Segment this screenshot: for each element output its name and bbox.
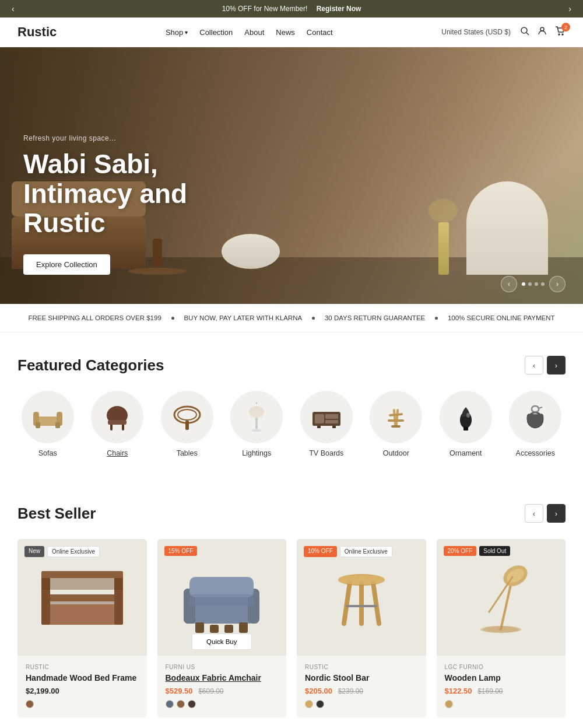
category-tv-boards-label: TV Boards (309, 449, 343, 457)
color-swatch-3-1[interactable] (305, 700, 313, 708)
svg-rect-34 (463, 427, 468, 430)
hero-title: Wabi Sabi,Intimacy andRustic (23, 149, 187, 238)
category-outdoor-icon (370, 391, 422, 443)
announcement-next-button[interactable]: › (563, 4, 577, 13)
category-accessories[interactable]: Accessories (505, 391, 566, 457)
nav-collection[interactable]: Collection (199, 28, 233, 37)
product-brand-1: RUSTIC (26, 664, 139, 670)
nav-contact[interactable]: Contact (307, 28, 333, 37)
bestseller-prev-button[interactable]: ‹ (525, 504, 543, 523)
svg-rect-30 (388, 419, 404, 422)
svg-rect-36 (41, 594, 123, 601)
product-badges-4: 20% OFF Sold Out (444, 546, 511, 556)
category-outdoor-label: Outdoor (383, 449, 409, 457)
trust-item-shipping: FREE SHIPPING ALL ORDERS OVER $199 (28, 314, 161, 321)
category-tv-boards[interactable]: TV Boards (296, 391, 357, 457)
badge-new-1: New (24, 546, 44, 557)
category-lightings[interactable]: Lightings (227, 391, 287, 457)
trust-item-payment: 100% SECURE ONLINE PAYMENT (448, 314, 555, 321)
categories-prev-button[interactable]: ‹ (525, 356, 543, 374)
product-price-2: $529.50 $609.00 (166, 687, 279, 695)
category-chairs-icon (91, 391, 143, 443)
svg-rect-9 (55, 422, 60, 428)
hero-prev-button[interactable]: ‹ (501, 276, 517, 292)
nav-shop[interactable]: Shop (166, 28, 188, 37)
product-price-1: $2,199.00 (26, 687, 139, 695)
trust-divider-2 (312, 317, 315, 320)
product-img-1: New Online Exclusive (17, 539, 147, 656)
category-outdoor[interactable]: Outdoor (366, 391, 427, 457)
price-original-2: $609.00 (198, 687, 223, 695)
color-swatch-4-1[interactable] (445, 700, 453, 708)
svg-point-4 (562, 34, 563, 35)
header: Rustic Shop Collection About News Contac… (0, 18, 583, 47)
section-header-categories: Featured Categories ‹ › (17, 356, 566, 374)
category-tables[interactable]: Tables (157, 391, 217, 457)
product-card-4: 20% OFF Sold Out LGC FURNIO Wooden Lamp (437, 539, 566, 718)
product-name-1: Handmade Wood Bed Frame (26, 673, 139, 683)
product-name-2[interactable]: Bodeaux Fabric Amchair (166, 673, 279, 683)
hero-cta-button[interactable]: Explore Collection (23, 254, 110, 275)
product-brand-4: LGC FURNIO (445, 664, 558, 670)
region-selector[interactable]: United States (USD $) (441, 28, 511, 36)
product-name-4: Wooden Lamp (445, 673, 558, 683)
color-swatch-2-1[interactable] (166, 700, 174, 708)
color-swatch-2-2[interactable] (177, 700, 185, 708)
product-price-3: $205.00 $239.00 (305, 687, 418, 695)
svg-rect-44 (41, 578, 123, 584)
category-ornament-icon (440, 391, 492, 443)
badge-exclusive-1: Online Exclusive (47, 546, 100, 557)
product-colors-1 (26, 700, 139, 708)
account-button[interactable] (538, 26, 547, 38)
announcement-link[interactable]: Register Now (317, 5, 361, 13)
product-info-2: FURNI US Bodeaux Fabric Amchair $529.50 … (157, 656, 287, 718)
categories-nav: ‹ › (525, 356, 566, 374)
product-badges-3: 10% OFF Online Exclusive (304, 546, 392, 557)
hero-navigation: ‹ › (501, 276, 566, 292)
svg-rect-24 (325, 420, 338, 424)
cart-badge: 2 (561, 23, 570, 32)
logo: Rustic (17, 24, 57, 40)
hero-section: Refresh your living space... Wabi Sabi,I… (0, 47, 583, 304)
svg-rect-52 (195, 622, 204, 633)
featured-categories-section: Featured Categories ‹ › Sofas (0, 332, 583, 481)
svg-rect-22 (315, 414, 324, 424)
hero-dot-2 (528, 282, 532, 286)
bestseller-next-button[interactable]: › (547, 504, 566, 523)
categories-next-button[interactable]: › (547, 356, 566, 374)
product-info-4: LGC FURNIO Wooden Lamp $122.50 $169.00 (437, 656, 566, 718)
search-button[interactable] (520, 26, 529, 38)
category-ornament[interactable]: Ornament (436, 391, 496, 457)
color-swatch-2-3[interactable] (188, 700, 196, 708)
product-brand-2: FURNI US (166, 664, 279, 670)
cart-button[interactable]: 2 (555, 26, 566, 38)
product-card-1: New Online Exclusive (17, 539, 147, 718)
price-original-3: $239.00 (338, 687, 363, 695)
nav-news[interactable]: News (276, 28, 295, 37)
category-tables-icon (161, 391, 213, 443)
category-sofas[interactable]: Sofas (17, 391, 78, 457)
svg-point-2 (540, 27, 544, 31)
svg-rect-25 (317, 426, 321, 428)
product-brand-3: RUSTIC (305, 664, 418, 670)
product-badges-1: New Online Exclusive (24, 546, 100, 557)
hero-dot-3 (535, 282, 538, 286)
quick-buy-button-2[interactable]: Quick Buy (192, 634, 251, 650)
product-colors-4 (445, 700, 558, 708)
color-swatch-3-2[interactable] (316, 700, 324, 708)
product-img-4: 20% OFF Sold Out (437, 539, 566, 656)
svg-rect-8 (36, 422, 40, 428)
hero-subtitle: Refresh your living space... (23, 134, 187, 142)
category-accessories-icon (509, 391, 561, 443)
category-sofas-icon (22, 391, 74, 443)
category-chairs[interactable]: Chairs (87, 391, 148, 457)
color-swatch-1-1[interactable] (26, 700, 34, 708)
category-lightings-icon (230, 391, 283, 443)
badge-sale-4: 20% OFF (444, 546, 477, 556)
svg-line-35 (539, 407, 542, 408)
svg-point-0 (521, 27, 527, 33)
header-icons: 2 (520, 26, 566, 38)
hero-next-button[interactable]: › (549, 276, 566, 292)
announcement-prev-button[interactable]: ‹ (6, 4, 20, 13)
nav-about[interactable]: About (244, 28, 264, 37)
